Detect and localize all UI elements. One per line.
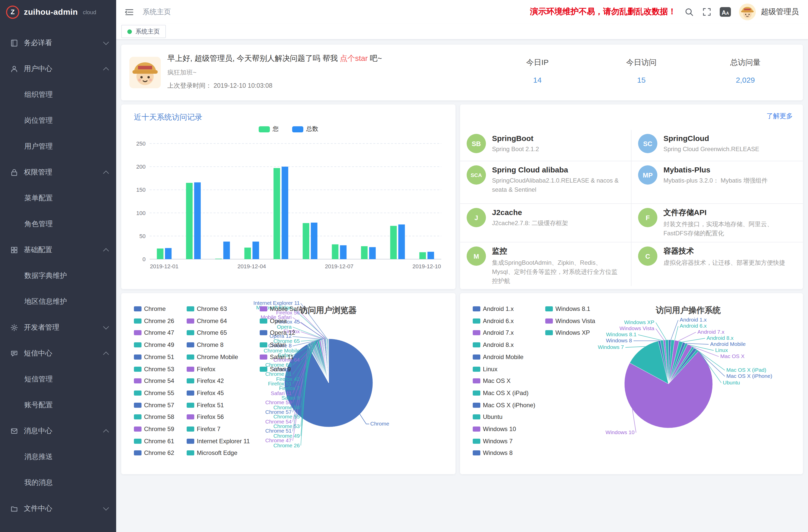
sidebar-item-sms[interactable]: 短信中心: [0, 340, 116, 366]
legend-item[interactable]: Windows 8: [473, 450, 513, 457]
stat-label: 今日IP: [485, 58, 589, 68]
sidebar-item-message[interactable]: 消息中心: [0, 418, 116, 444]
legend-item[interactable]: Firefox 51: [187, 401, 224, 408]
learn-more-link[interactable]: 了解更多: [766, 112, 793, 121]
legend-item[interactable]: Chrome 53: [134, 365, 174, 372]
legend-item[interactable]: Linux: [473, 365, 497, 372]
bar-您[interactable]: [215, 259, 222, 259]
legend-item[interactable]: Firefox 56: [187, 414, 224, 421]
bar-您[interactable]: [186, 183, 193, 259]
legend-item[interactable]: Chrome 64: [187, 317, 227, 324]
bar-您[interactable]: [303, 223, 309, 259]
legend-item[interactable]: Internet Explorer 11: [187, 437, 250, 444]
user-menu[interactable]: 超级管理员: [739, 3, 799, 20]
star-link[interactable]: 点个star: [340, 54, 368, 62]
legend-item[interactable]: Firefox 45: [187, 389, 224, 397]
legend-item[interactable]: Windows Vista: [545, 317, 595, 324]
legend-item[interactable]: Mac OS X (iPhone): [473, 401, 535, 408]
sidebar-subitem[interactable]: 菜单配置: [0, 185, 116, 211]
legend-label: Firefox 45: [197, 389, 224, 397]
legend-item[interactable]: Android 8.x: [473, 341, 514, 348]
sidebar-item-user[interactable]: 用户中心: [0, 56, 116, 82]
legend-item[interactable]: Chrome 51: [134, 353, 174, 361]
legend-item[interactable]: Opera 12: [260, 329, 295, 336]
legend-item[interactable]: Mobile Safari: [260, 305, 305, 312]
bar-总数[interactable]: [282, 167, 288, 259]
legend-item[interactable]: Chrome 58: [134, 414, 174, 421]
legend-item[interactable]: Mac OS X (iPad): [473, 389, 529, 397]
legend-item[interactable]: Android 6.x: [473, 317, 514, 324]
legend-item[interactable]: Windows 8.1: [545, 305, 590, 312]
sidebar-subitem[interactable]: 用户管理: [0, 133, 116, 159]
legend-item[interactable]: Firefox 42: [187, 377, 224, 384]
bar-您[interactable]: [157, 249, 164, 259]
legend-item[interactable]: Chrome 61: [134, 437, 174, 444]
legend-item[interactable]: Chrome 49: [134, 341, 174, 348]
legend-item[interactable]: Chrome 63: [187, 305, 227, 312]
sidebar-subitem[interactable]: 短信管理: [0, 366, 116, 392]
sidebar-item-lock[interactable]: 权限管理: [0, 159, 116, 185]
legend-item[interactable]: Chrome 47: [134, 329, 174, 336]
legend-item[interactable]: Windows 10: [473, 425, 516, 433]
legend-item[interactable]: Windows XP: [545, 329, 590, 336]
bar-总数[interactable]: [427, 252, 434, 259]
legend-item[interactable]: Safari 11: [260, 353, 294, 361]
search-icon[interactable]: [684, 7, 694, 17]
legend-item[interactable]: Safari: [260, 341, 286, 348]
sidebar-subitem[interactable]: 账号配置: [0, 392, 116, 418]
legend-item[interactable]: Chrome: [134, 305, 166, 312]
bar-您[interactable]: [332, 244, 338, 259]
app-logo[interactable]: Z zuihou-admin cloud: [0, 0, 116, 24]
legend-item[interactable]: Chrome 59: [134, 425, 174, 433]
bar-您[interactable]: [361, 246, 368, 259]
legend-item[interactable]: Chrome 55: [134, 389, 174, 397]
legend-item[interactable]: Chrome 62: [134, 450, 174, 457]
bar-您[interactable]: [420, 252, 426, 259]
legend-item[interactable]: Mac OS X: [473, 377, 511, 384]
bar-您[interactable]: [390, 226, 397, 259]
bar-总数[interactable]: [340, 245, 347, 259]
legend-item[interactable]: Safari 9: [260, 365, 291, 372]
tab-home[interactable]: 系统主页: [121, 25, 166, 38]
bar-总数[interactable]: [165, 248, 172, 259]
legend-item[interactable]: Microsoft Edge: [187, 450, 237, 457]
sidebar-subitem[interactable]: 组织管理: [0, 82, 116, 108]
legend-item[interactable]: Chrome 57: [134, 401, 174, 408]
legend-item[interactable]: Chrome 54: [134, 377, 174, 384]
legend-item[interactable]: Opera: [260, 317, 287, 324]
bar-总数[interactable]: [369, 247, 376, 259]
sidebar-subitem[interactable]: 消息推送: [0, 444, 116, 470]
collapse-menu-icon[interactable]: [124, 7, 134, 17]
legend-item[interactable]: Android 1.x: [473, 305, 514, 312]
legend-item[interactable]: Chrome 65: [187, 329, 227, 336]
legend-item[interactable]: Firefox 7: [187, 425, 220, 433]
sidebar-item-book[interactable]: 务必详看: [0, 30, 116, 56]
sidebar-subitem[interactable]: 地区信息维护: [0, 289, 116, 314]
sidebar-subitem[interactable]: 角色管理: [0, 211, 116, 237]
legend-item[interactable]: Android 7.x: [473, 329, 514, 336]
legend-item[interactable]: Chrome 8: [187, 341, 223, 348]
bar-总数[interactable]: [311, 223, 317, 259]
bar-总数[interactable]: [253, 242, 259, 259]
visits-bar-chart[interactable]: 0501001502002502019-12-012019-12-042019-…: [121, 105, 456, 289]
sidebar-subitem[interactable]: 我的消息: [0, 470, 116, 495]
sidebar-subitem[interactable]: 岗位管理: [0, 108, 116, 133]
fullscreen-icon[interactable]: [702, 7, 712, 17]
legend-item[interactable]: Chrome 26: [134, 317, 174, 324]
bar-总数[interactable]: [194, 182, 201, 259]
sidebar-item-gear[interactable]: 开发者管理: [0, 314, 116, 340]
bar-总数[interactable]: [399, 224, 405, 259]
legend-item[interactable]: Android Mobile: [473, 353, 524, 361]
bar-您[interactable]: [274, 168, 280, 259]
sidebar-item-grid[interactable]: 基础配置: [0, 237, 116, 263]
legend-label: Android 7.x: [483, 329, 514, 336]
bar-总数[interactable]: [223, 242, 230, 259]
sidebar-item-folder[interactable]: 文件中心: [0, 495, 116, 521]
legend-item[interactable]: Windows 7: [473, 437, 513, 444]
sidebar-subitem[interactable]: 数据字典维护: [0, 263, 116, 289]
legend-item[interactable]: Ubuntu: [473, 414, 502, 421]
font-size-icon[interactable]: AA: [720, 7, 731, 17]
legend-item[interactable]: Chrome Mobile: [187, 353, 238, 361]
legend-item[interactable]: Firefox: [187, 365, 215, 372]
bar-您[interactable]: [244, 247, 251, 259]
